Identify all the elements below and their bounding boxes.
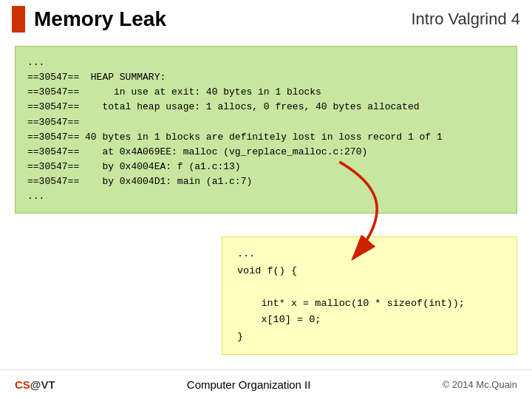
- source-code-text: ... void f() { int* x = malloc(10 * size…: [237, 246, 502, 345]
- header-accent: [12, 6, 25, 33]
- footer-copyright: © 2014 Mc.Quain: [443, 379, 517, 390]
- slide-label: Intro Valgrind 4: [411, 10, 520, 29]
- footer: CS@VT Computer Organization II © 2014 Mc…: [0, 369, 532, 399]
- valgrind-output: ... ==30547== HEAP SUMMARY: ==30547== in…: [15, 46, 517, 214]
- header: Memory Leak Intro Valgrind 4: [0, 0, 532, 38]
- valgrind-code-text: ... ==30547== HEAP SUMMARY: ==30547== in…: [27, 55, 505, 204]
- footer-course: Computer Organization II: [187, 378, 311, 391]
- footer-at: @VT: [30, 378, 55, 391]
- footer-cs: CS: [15, 378, 30, 391]
- source-code-block: ... void f() { int* x = malloc(10 * size…: [222, 236, 517, 355]
- page-title: Memory Leak: [34, 7, 411, 31]
- footer-logo: CS@VT: [15, 378, 55, 391]
- main-content: ... ==30547== HEAP SUMMARY: ==30547== in…: [0, 38, 532, 399]
